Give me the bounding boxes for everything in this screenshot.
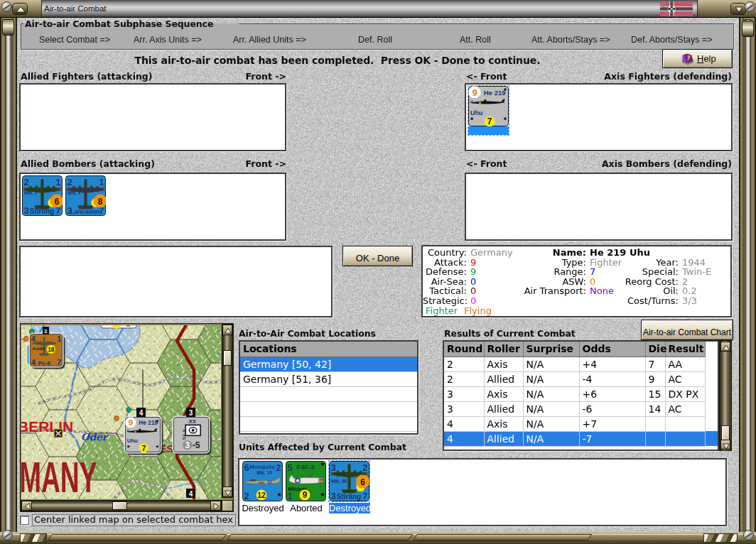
map-counter-he219[interactable]: 9He 219*Uhu**7	[124, 416, 163, 455]
map-scroll-right-button[interactable]	[210, 501, 221, 511]
center-map-checkbox-label[interactable]: Center linked map on selected combat hex	[32, 514, 236, 526]
center-map-checkbox[interactable]	[20, 516, 29, 525]
unit-counter-wildcat[interactable]: 5*1*F4F-3Wildcat9	[286, 461, 326, 501]
svg-text:9: 9	[472, 87, 477, 98]
axis-bombers-label: Axis Bombers (defending)	[514, 158, 732, 169]
svg-text:Ash82: Ash82	[32, 347, 45, 351]
results-scroll-up-button[interactable]	[720, 342, 730, 352]
unit-counter-mosquito[interactable]: 622*MosquitoMk. VI12	[242, 461, 283, 501]
axis-bombers-listbox[interactable]	[465, 173, 733, 241]
results-row[interactable]: 4AxisN/A+7	[444, 416, 718, 431]
location-row-4[interactable]	[240, 417, 417, 432]
ok-done-button[interactable]: OK - Done	[342, 246, 413, 266]
svg-text:Mk. I: Mk. I	[68, 190, 80, 196]
status-destroyed-2: Destroyed	[329, 503, 370, 513]
status-message: This air-to-air combat has been complete…	[17, 55, 658, 66]
map-panel[interactable]: BERLINOderMANYES4147Ash8218Pe-89He 219*U…	[20, 323, 234, 512]
location-row-2[interactable]	[240, 387, 417, 402]
results-row[interactable]: 2AlliedN/A-49AC	[444, 371, 718, 386]
location-row-3[interactable]	[240, 402, 417, 417]
map-label-germany: MANY	[21, 452, 97, 499]
map-counter-pe8[interactable]: 4147Ash8218Pe-8	[29, 333, 65, 369]
results-scroll-down-button[interactable]	[720, 440, 730, 450]
results-row[interactable]: 3AxisN/A+615DX PX	[444, 386, 718, 401]
window-close-button[interactable]	[730, 3, 746, 15]
results-row[interactable]: 3AlliedN/A-614AC	[444, 401, 718, 416]
allied-fighters-label: Allied Fighters (attacking)	[21, 71, 153, 82]
titlebar[interactable]: Air-to-air Combat	[0, 0, 756, 18]
allied-bombers-label: Allied Bombers (attacking)	[21, 158, 155, 169]
location-row-0[interactable]: Germany [50, 42]	[240, 357, 417, 372]
status-aborted: Aborted	[288, 503, 324, 513]
axis-fighters-listbox[interactable]: 9He 219*Uhu**7	[465, 83, 733, 151]
svg-text:7: 7	[487, 116, 492, 126]
results-scrollbar[interactable]	[719, 340, 732, 451]
allied-fighters-listbox[interactable]	[19, 83, 286, 151]
right-rail-handle[interactable]	[742, 21, 754, 37]
svg-text:7: 7	[57, 359, 61, 366]
map-vertical-scrollbar[interactable]	[222, 324, 233, 498]
results-row[interactable]: 4AlliedN/A-7	[444, 431, 718, 446]
map-vscroll-thumb[interactable]	[223, 350, 232, 366]
svg-text:2: 2	[44, 328, 48, 334]
map-hscroll-thumb[interactable]	[112, 501, 127, 510]
map-scroll-down-button[interactable]	[222, 486, 232, 497]
svg-text:9: 9	[129, 418, 133, 427]
help-button[interactable]: ? Help	[662, 49, 733, 68]
window-menu-button[interactable]	[12, 3, 28, 15]
svg-text:6: 6	[360, 477, 365, 487]
unit-counter-he219[interactable]: 9He 219*Uhu**7	[468, 86, 509, 135]
svg-text:Lancaster: Lancaster	[70, 208, 101, 215]
svg-text:*: *	[470, 116, 474, 124]
svg-text:3: 3	[331, 491, 336, 501]
locations-listbox[interactable]: Locations Germany [50, 42] Germany [51, …	[239, 340, 418, 435]
results-table-box: RoundRollerSurpriseOddsDieResult2AxisN/A…	[443, 340, 719, 451]
locations-header: Locations	[240, 342, 417, 357]
axis-bombers-front-label: <- Front	[466, 158, 507, 169]
svg-text:F4F-3: F4F-3	[296, 463, 314, 471]
results-col-Odds[interactable]: Odds	[579, 342, 645, 357]
scroll-right-icon	[213, 503, 220, 510]
results-col-Surprise[interactable]: Surprise	[523, 342, 579, 357]
hex-map[interactable]: BERLINOderMANYES4147Ash8218Pe-89He 219*U…	[21, 325, 221, 499]
results-col-Roller[interactable]: Roller	[484, 342, 523, 357]
svg-text:7: 7	[141, 444, 146, 452]
help-label-underlined: H	[697, 53, 703, 64]
unit-counter-stirling[interactable]: 2137Mk. I6Stirling	[22, 175, 63, 216]
triangle-up-icon	[13, 4, 28, 16]
units-affected-panel: 622*MosquitoMk. VI12 5*1*F4F-3Wildcat9 3…	[238, 458, 727, 526]
allied-bombers-front-label: Front ->	[216, 158, 286, 169]
allied-bombers-listbox[interactable]: 2137Mk. I6Stirling 2137Mk. I8Lancaster	[19, 173, 286, 241]
seq-select-combat: Select Combat =>	[39, 35, 110, 45]
svg-text:6: 6	[55, 197, 60, 207]
svg-text:12: 12	[257, 491, 266, 499]
results-col-Result[interactable]: Result	[665, 342, 705, 357]
svg-text:*: *	[156, 418, 159, 425]
scroll-up-icon	[723, 344, 730, 351]
svg-text:3: 3	[331, 462, 336, 473]
map-scroll-left-button[interactable]	[21, 501, 32, 511]
map-horizontal-scrollbar[interactable]	[21, 500, 222, 511]
svg-text:1: 1	[288, 491, 293, 501]
unit-info-panel: Country: Germany Attack: 9 Defense: 9 Ai…	[421, 245, 732, 317]
left-rail-handle[interactable]	[2, 19, 14, 36]
map-counter-division[interactable]: XXSil. II3-5	[173, 416, 212, 455]
seq-def-roll: Def. Roll	[358, 35, 392, 45]
info-flags-row: Fighter Flying	[423, 306, 730, 317]
screw-top-right-icon	[745, 1, 755, 12]
svg-text:4: 4	[189, 490, 193, 498]
location-row-1[interactable]: Germany [51, 36]	[240, 372, 417, 387]
svg-text:3: 3	[24, 205, 29, 216]
results-table[interactable]: RoundRollerSurpriseOddsDieResult2AxisN/A…	[444, 342, 718, 447]
svg-text:XX: XX	[188, 418, 196, 425]
combat-chart-button[interactable]: Air-to-air Combat Chart	[641, 320, 733, 340]
screw-bottom-left-icon	[2, 530, 13, 540]
unit-counter-stirling-affected[interactable]: 3237Mk. III6Stirling	[329, 461, 369, 501]
results-row[interactable]: 2AxisN/A+47AA	[444, 357, 718, 371]
results-title: Results of Current Combat	[444, 328, 576, 339]
results-col-Die[interactable]: Die	[645, 342, 665, 357]
svg-text:-5: -5	[193, 440, 200, 450]
unit-counter-lancaster[interactable]: 2137Mk. I8Lancaster	[65, 175, 106, 216]
results-col-Round[interactable]: Round	[444, 342, 484, 357]
map-scroll-up-button[interactable]	[222, 325, 232, 335]
